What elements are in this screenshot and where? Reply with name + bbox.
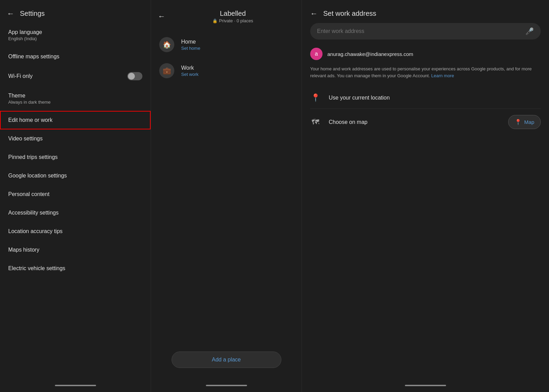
video-settings-title: Video settings xyxy=(8,136,142,142)
left-bottom-indicator xyxy=(0,382,151,392)
settings-header: ← Settings xyxy=(0,0,151,23)
set-work-address-panel: ← Set work address 🎤 a anurag.chawake@in… xyxy=(302,0,549,392)
settings-item-google-location[interactable]: Google location settings xyxy=(0,166,151,185)
work-name: Work xyxy=(181,65,199,71)
work-address-input[interactable] xyxy=(317,28,522,34)
set-work-back-button[interactable]: ← xyxy=(310,10,318,18)
settings-item-location-accuracy[interactable]: Location accuracy tips xyxy=(0,222,151,241)
info-text-content: Your home and work addresses are used to… xyxy=(310,66,532,78)
right-indicator-bar xyxy=(405,385,446,386)
settings-list: App language English (India) Offline map… xyxy=(0,23,151,382)
lock-icon: 🔒 xyxy=(212,19,218,23)
map-option-icon: 🗺 xyxy=(310,118,320,127)
accessibility-title: Accessibility settings xyxy=(8,210,142,216)
work-place-item[interactable]: 💼 Work Set work xyxy=(151,58,302,84)
settings-item-edit-home-work[interactable]: Edit home or work xyxy=(0,111,151,129)
location-accuracy-title: Location accuracy tips xyxy=(8,228,142,234)
settings-item-electric-vehicle[interactable]: Electric vehicle settings xyxy=(0,259,151,278)
work-icon: 💼 xyxy=(159,63,174,78)
right-panel-content: 🎤 a anurag.chawake@indianexpress.com You… xyxy=(302,20,549,382)
labelled-subtitle-text: Private · 0 places xyxy=(219,18,253,23)
theme-title: Theme xyxy=(8,93,142,99)
personal-content-title: Personal content xyxy=(8,191,142,197)
account-row: a anurag.chawake@indianexpress.com xyxy=(310,48,541,60)
wifi-toggle-knob xyxy=(128,73,135,80)
add-place-button[interactable]: Add a place xyxy=(172,351,281,368)
settings-item-maps-history[interactable]: Maps history xyxy=(0,241,151,259)
choose-on-map-option[interactable]: 🗺 Choose on map 📍 Map xyxy=(310,109,541,135)
settings-item-wifi-only[interactable]: Wi-Fi only xyxy=(0,66,151,87)
wifi-toggle[interactable] xyxy=(127,72,142,80)
account-avatar: a xyxy=(310,48,323,60)
google-location-title: Google location settings xyxy=(8,173,142,179)
account-email: anurag.chawake@indianexpress.com xyxy=(327,51,413,57)
right-panel-header: ← Set work address xyxy=(302,0,549,20)
right-bottom-indicator xyxy=(302,382,549,392)
settings-item-offline-maps[interactable]: Offline maps settings xyxy=(0,47,151,66)
middle-bottom-indicator xyxy=(151,382,302,392)
map-button[interactable]: 📍 Map xyxy=(508,115,541,129)
labelled-header-center: Labelled 🔒 Private · 0 places xyxy=(171,10,295,23)
home-info: Home Set home xyxy=(181,39,200,51)
settings-back-button[interactable]: ← xyxy=(7,10,14,18)
home-action[interactable]: Set home xyxy=(181,46,200,51)
choose-on-map-label: Choose on map xyxy=(329,119,500,125)
middle-indicator-bar xyxy=(206,385,247,386)
use-current-location-option[interactable]: 📍 Use your current location xyxy=(310,87,541,109)
work-action[interactable]: Set work xyxy=(181,72,199,77)
app-language-title: App language xyxy=(8,29,142,35)
info-text: Your home and work addresses are used to… xyxy=(310,66,541,79)
edit-home-work-title: Edit home or work xyxy=(8,117,142,123)
current-location-icon: 📍 xyxy=(310,93,320,102)
settings-item-app-language[interactable]: App language English (India) xyxy=(0,23,151,47)
work-address-search-bar[interactable]: 🎤 xyxy=(310,23,541,39)
labelled-places-list: 🏠 Home Set home 💼 Work Set work xyxy=(151,29,302,345)
app-language-subtitle: English (India) xyxy=(8,36,142,41)
pinned-trips-title: Pinned trips settings xyxy=(8,154,142,160)
labelled-title: Labelled xyxy=(220,10,246,18)
home-icon: 🏠 xyxy=(159,37,174,52)
labelled-header: ← Labelled 🔒 Private · 0 places xyxy=(151,0,302,29)
set-work-title: Set work address xyxy=(323,10,376,18)
work-info: Work Set work xyxy=(181,65,199,77)
settings-title: Settings xyxy=(20,10,45,18)
settings-item-video[interactable]: Video settings xyxy=(0,129,151,148)
settings-item-accessibility[interactable]: Accessibility settings xyxy=(0,204,151,222)
labelled-subtitle: 🔒 Private · 0 places xyxy=(212,18,253,23)
home-name: Home xyxy=(181,39,200,45)
settings-item-personal-content[interactable]: Personal content xyxy=(0,185,151,204)
settings-item-pinned-trips[interactable]: Pinned trips settings xyxy=(0,148,151,166)
settings-item-theme[interactable]: Theme Always in dark theme xyxy=(0,87,151,111)
map-button-label: Map xyxy=(524,119,534,125)
add-place-container: Add a place xyxy=(151,345,302,382)
electric-vehicle-title: Electric vehicle settings xyxy=(8,265,142,272)
mic-icon[interactable]: 🎤 xyxy=(525,27,534,35)
settings-panel: ← Settings App language English (India) … xyxy=(0,0,151,392)
learn-more-link[interactable]: Learn more xyxy=(431,73,454,78)
offline-maps-title: Offline maps settings xyxy=(8,54,142,60)
labelled-back-button[interactable]: ← xyxy=(158,13,165,20)
map-button-icon: 📍 xyxy=(515,119,522,125)
home-place-item[interactable]: 🏠 Home Set home xyxy=(151,32,302,58)
wifi-only-title: Wi-Fi only xyxy=(8,73,33,79)
maps-history-title: Maps history xyxy=(8,247,142,253)
current-location-label: Use your current location xyxy=(329,95,541,101)
left-indicator-bar xyxy=(55,385,96,386)
labelled-panel: ← Labelled 🔒 Private · 0 places 🏠 Home S… xyxy=(151,0,302,392)
theme-subtitle: Always in dark theme xyxy=(8,100,142,105)
